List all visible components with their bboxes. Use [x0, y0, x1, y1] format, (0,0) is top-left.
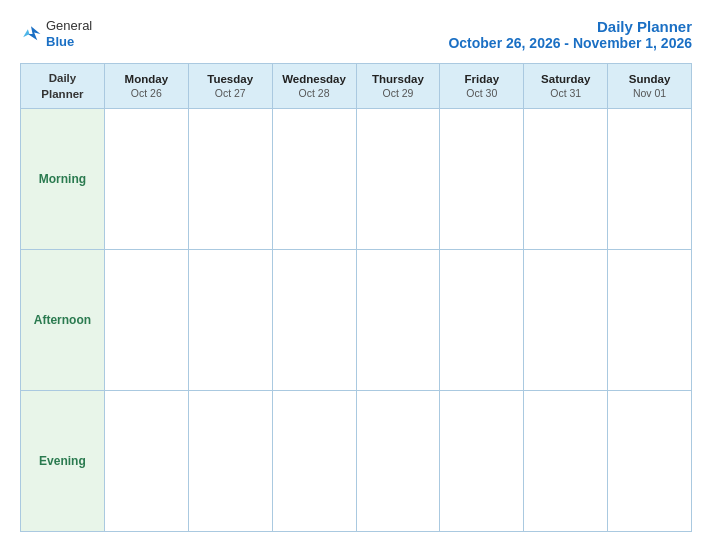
- header-sunday: Sunday Nov 01: [608, 64, 692, 109]
- planner-title: Daily Planner: [448, 18, 692, 35]
- cell-tuesday-evening[interactable]: [188, 391, 272, 532]
- cell-friday-evening[interactable]: [440, 391, 524, 532]
- row-evening: Evening: [21, 391, 692, 532]
- cell-wednesday-afternoon[interactable]: [272, 250, 356, 391]
- header-friday: Friday Oct 30: [440, 64, 524, 109]
- logo: GeneralBlue: [20, 18, 92, 49]
- cell-saturday-morning[interactable]: [524, 109, 608, 250]
- cell-monday-afternoon[interactable]: [104, 250, 188, 391]
- logo-text: GeneralBlue: [46, 18, 92, 49]
- header: GeneralBlue Daily Planner October 26, 20…: [20, 18, 692, 51]
- cell-wednesday-evening[interactable]: [272, 391, 356, 532]
- cell-thursday-afternoon[interactable]: [356, 250, 440, 391]
- cell-saturday-evening[interactable]: [524, 391, 608, 532]
- header-wednesday: Wednesday Oct 28: [272, 64, 356, 109]
- cell-monday-morning[interactable]: [104, 109, 188, 250]
- cell-thursday-morning[interactable]: [356, 109, 440, 250]
- cell-friday-afternoon[interactable]: [440, 250, 524, 391]
- label-afternoon: Afternoon: [21, 250, 105, 391]
- row-afternoon: Afternoon: [21, 250, 692, 391]
- cell-wednesday-morning[interactable]: [272, 109, 356, 250]
- header-saturday: Saturday Oct 31: [524, 64, 608, 109]
- cell-sunday-afternoon[interactable]: [608, 250, 692, 391]
- header-tuesday: Tuesday Oct 27: [188, 64, 272, 109]
- header-thursday: Thursday Oct 29: [356, 64, 440, 109]
- label-evening: Evening: [21, 391, 105, 532]
- cell-saturday-afternoon[interactable]: [524, 250, 608, 391]
- header-label-col: DailyPlanner: [21, 64, 105, 109]
- header-monday: Monday Oct 26: [104, 64, 188, 109]
- cell-thursday-evening[interactable]: [356, 391, 440, 532]
- planner-table: DailyPlanner Monday Oct 26 Tuesday Oct 2…: [20, 63, 692, 532]
- cell-tuesday-morning[interactable]: [188, 109, 272, 250]
- logo-bird-icon: [20, 23, 42, 45]
- page: GeneralBlue Daily Planner October 26, 20…: [0, 0, 712, 550]
- cell-sunday-evening[interactable]: [608, 391, 692, 532]
- header-right: Daily Planner October 26, 2026 - Novembe…: [448, 18, 692, 51]
- table-header-row: DailyPlanner Monday Oct 26 Tuesday Oct 2…: [21, 64, 692, 109]
- row-morning: Morning: [21, 109, 692, 250]
- logo-blue-text: Blue: [46, 34, 74, 49]
- cell-monday-evening[interactable]: [104, 391, 188, 532]
- planner-date-range: October 26, 2026 - November 1, 2026: [448, 35, 692, 51]
- label-morning: Morning: [21, 109, 105, 250]
- svg-marker-0: [28, 26, 41, 40]
- cell-sunday-morning[interactable]: [608, 109, 692, 250]
- cell-tuesday-afternoon[interactable]: [188, 250, 272, 391]
- cell-friday-morning[interactable]: [440, 109, 524, 250]
- svg-marker-1: [23, 29, 29, 37]
